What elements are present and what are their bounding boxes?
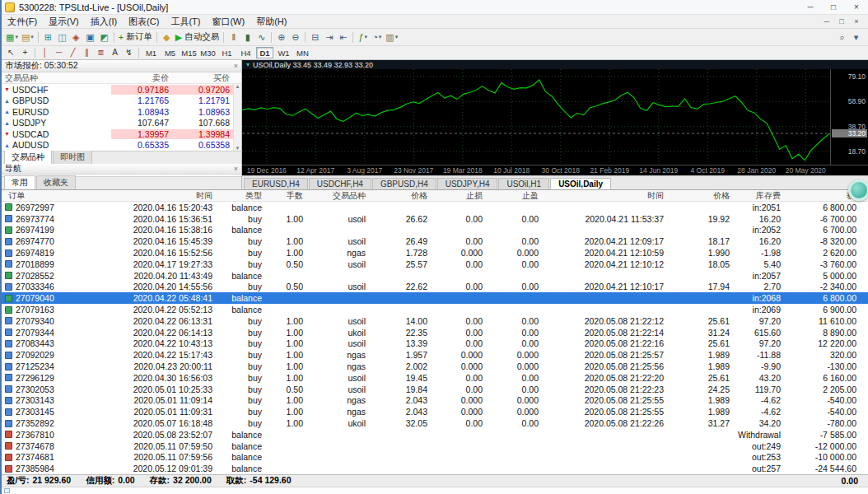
scroll-down-icon[interactable]: ▼ <box>236 146 240 151</box>
toolbar-navigator-button[interactable]: ◈ <box>69 30 83 44</box>
toolbar-crosshair-button[interactable]: + <box>18 46 32 60</box>
chart-price-axis[interactable]: 79.1058.9038.7018.7033.20 <box>830 69 868 165</box>
chart-restore-button[interactable]: □ <box>834 17 849 26</box>
terminal-column-8[interactable]: 时间 <box>544 190 669 202</box>
minimize-button[interactable]: ─ <box>799 0 822 14</box>
timeframe-m5-button[interactable]: M5 <box>161 47 179 58</box>
history-row-27367810[interactable]: 273678102020.05.08 23:52:07balanceWithdr… <box>2 429 868 440</box>
history-row-27352892[interactable]: 273528922020.05.07 16:18:48buy1.00ukoil3… <box>2 417 868 429</box>
toolbar-vertical-line-button[interactable]: │ <box>38 46 52 60</box>
history-row-27018899[interactable]: 270188992020.04.17 19:27:33buy0.50usoil2… <box>2 259 868 270</box>
toolbar-fibonacci-button[interactable]: ≣ <box>94 46 108 60</box>
history-row-27079344[interactable]: 270793442020.04.22 06:14:13buy1.00ukoil2… <box>2 327 868 338</box>
terminal-column-9[interactable]: 价格 <box>669 190 735 202</box>
market-watch-row-usdjpy[interactable]: ▲USDJPY107.647107.668 <box>2 118 233 129</box>
chart-tab-eurusd-h4[interactable]: EURUSD,H4 <box>244 178 308 189</box>
market-watch-row-gbpusd[interactable]: ▲GBPUSD1.217651.21791 <box>2 96 233 107</box>
timeframe-d1-button[interactable]: D1 <box>256 47 273 58</box>
toolbar-terminal-button[interactable]: ▣ <box>83 30 97 44</box>
toolbar-market-watch-button[interactable]: ⊞ <box>41 30 55 44</box>
history-row-27385984[interactable]: 273859842020.05.12 09:01:39balanceout:25… <box>2 463 868 474</box>
history-row-26974770[interactable]: 269747702020.04.16 15:45:39buy1.00usoil2… <box>2 235 868 247</box>
history-row-26973774[interactable]: 269737742020.04.16 15:36:51buy1.00usoil2… <box>2 213 868 225</box>
toolbar-autotrading-button[interactable]: ▶自动交易 <box>174 30 221 44</box>
market-watch-close-icon[interactable]: × <box>234 62 238 70</box>
market-watch-scrollbar[interactable]: ▲ ▼ <box>233 84 241 151</box>
chart-tab-usdchf-h4[interactable]: USDCHF,H4 <box>309 178 371 189</box>
toolbar-line-chart-button[interactable]: ∿ <box>254 30 268 44</box>
toolbar-text-label-button[interactable]: A <box>108 46 122 60</box>
toolbar-trendline-button[interactable]: ╱ <box>66 46 80 60</box>
chart-tab-usoil-h1[interactable]: USOil,H1 <box>498 178 549 189</box>
toolbar-new-chart-button[interactable]: ▦▾ <box>4 30 20 44</box>
toolbar-arrow-objects-button[interactable]: ↯ <box>122 46 136 60</box>
timeframe-m1-button[interactable]: M1 <box>142 47 160 58</box>
chart-date-axis[interactable]: 19 Dec 201612 Apr 20173 Aug 201723 Nov 2… <box>242 165 830 175</box>
toolbar-bar-chart-button[interactable]: ‖ <box>226 30 240 44</box>
toolbar-cursor-button[interactable]: ↖ <box>4 46 18 60</box>
market-watch-column-header-1[interactable]: 卖价 <box>111 72 172 84</box>
navigator-close-icon[interactable]: × <box>234 165 238 173</box>
toolbar-search-button[interactable]: ⌕ <box>835 30 849 44</box>
market-watch-column-header-2[interactable]: 买价 <box>172 72 233 84</box>
history-row-27303145[interactable]: 273031452020.05.01 11:09:31buy1.00ngas2.… <box>2 406 868 417</box>
terminal-column-0[interactable]: 订单 <box>2 190 84 202</box>
history-row-27303143[interactable]: 273031432020.05.01 11:09:14buy1.00ngas2.… <box>2 395 868 407</box>
toolbar-profiles-button[interactable]: ▤▾ <box>20 30 35 44</box>
timeframe-h1-button[interactable]: H1 <box>218 47 236 58</box>
history-row-27079340[interactable]: 270793402020.04.22 06:13:31buy1.00usoil1… <box>2 315 868 327</box>
close-button[interactable]: × <box>845 0 868 14</box>
chart-minimize-button[interactable]: ─ <box>819 17 834 26</box>
history-row-27125234[interactable]: 271252342020.04.23 20:00:11buy1.00ngas2.… <box>2 361 868 372</box>
history-row-27374681[interactable]: 273746812020.05.11 07:59:56balanceout:25… <box>2 452 868 464</box>
toolbar-data-window-button[interactable]: ◫ <box>55 30 69 44</box>
floating-assistant-button[interactable] <box>848 179 868 201</box>
terminal-column-4[interactable]: 交易品种 <box>308 190 371 202</box>
toolbar-chart-shift-button[interactable]: ⇤ <box>336 30 350 44</box>
terminal-column-5[interactable]: 价格 <box>371 190 432 202</box>
terminal-column-10[interactable]: 库存费 <box>735 190 786 202</box>
toolbar-auto-scroll-button[interactable]: ⇥ <box>322 30 336 44</box>
history-row-27302053[interactable]: 273020532020.05.01 10:25:33buy0.50usoil1… <box>2 384 868 395</box>
toolbar-strategy-tester-button[interactable]: ◩ <box>97 30 111 44</box>
chart-tab-gbpusd-h4[interactable]: GBPUSD,H4 <box>372 178 436 189</box>
terminal-column-3[interactable]: 手数 <box>267 190 308 202</box>
menu-item-view[interactable]: 显示(V) <box>43 16 85 28</box>
timeframe-m15-button[interactable]: M15 <box>180 47 198 58</box>
market-watch-row-usdchf[interactable]: ▼USDCHF0.971860.97206 <box>2 84 233 96</box>
toolbar-zoom-out-button[interactable]: ⊖ <box>288 30 302 44</box>
market-watch-tab-symbols[interactable]: 交易品种 <box>4 150 52 164</box>
chart-close-button[interactable]: × <box>849 17 864 26</box>
history-row-26974819[interactable]: 269748192020.04.16 15:52:56buy1.00ngas1.… <box>2 247 868 259</box>
chart-tab-usoil-daily[interactable]: USOil,Daily <box>550 178 611 189</box>
toolbar-tile-windows-button[interactable]: ⊟ <box>308 30 322 44</box>
navigator-tab-favorites[interactable]: 收藏夹 <box>36 175 76 189</box>
market-watch-row-audusd[interactable]: ▲AUDUSD0.653350.65358 <box>2 140 233 151</box>
menu-item-help[interactable]: 帮助(H) <box>250 16 292 28</box>
timeframe-mn-button[interactable]: MN <box>294 47 311 58</box>
terminal-column-1[interactable]: 时间 <box>84 190 217 202</box>
history-row-27374678[interactable]: 273746782020.05.11 07:59:50balanceout:24… <box>2 440 868 452</box>
toolbar-candlestick-chart-button[interactable]: ▮ <box>240 30 254 44</box>
toolbar-channel-button[interactable]: ∥ <box>80 46 94 60</box>
history-row-27028552[interactable]: 270285522020.04.20 11:43:49balancein:205… <box>2 270 868 282</box>
history-row-26974199[interactable]: 269741992020.04.16 15:38:16balancein:205… <box>2 225 868 236</box>
toolbar-toolbars-more-button[interactable]: ▾ <box>849 30 863 44</box>
toolbar-horizontal-line-button[interactable]: ─ <box>52 46 66 60</box>
terminal-column-2[interactable]: 类型 <box>217 190 267 202</box>
menu-item-charts[interactable]: 图表(C) <box>123 16 165 28</box>
toolbar-new-order-button[interactable]: +新订单 <box>117 30 154 44</box>
menu-item-insert[interactable]: 插入(I) <box>85 16 123 28</box>
history-row-27079040[interactable]: 270790402020.04.22 05:48:41balancein:206… <box>2 292 868 304</box>
chart-plot[interactable] <box>242 69 830 165</box>
market-watch-row-usdcad[interactable]: ▼USDCAD1.399571.39984 <box>2 128 233 140</box>
scroll-up-icon[interactable]: ▲ <box>236 84 240 89</box>
maximize-button[interactable]: □ <box>822 0 845 14</box>
toolbar-indicators-button[interactable]: ƒ▾ <box>356 30 370 44</box>
menu-item-file[interactable]: 文件(F) <box>2 16 43 28</box>
history-row-27083443[interactable]: 270834432020.04.22 10:43:13buy1.00usoil1… <box>2 338 868 350</box>
timeframe-m30-button[interactable]: M30 <box>199 47 217 58</box>
history-row-27079163[interactable]: 270791632020.04.22 05:52:13balancein:206… <box>2 304 868 315</box>
toolbar-periods-button[interactable]: ◔▾ <box>370 30 384 44</box>
navigator-tab-common[interactable]: 常用 <box>4 175 35 189</box>
